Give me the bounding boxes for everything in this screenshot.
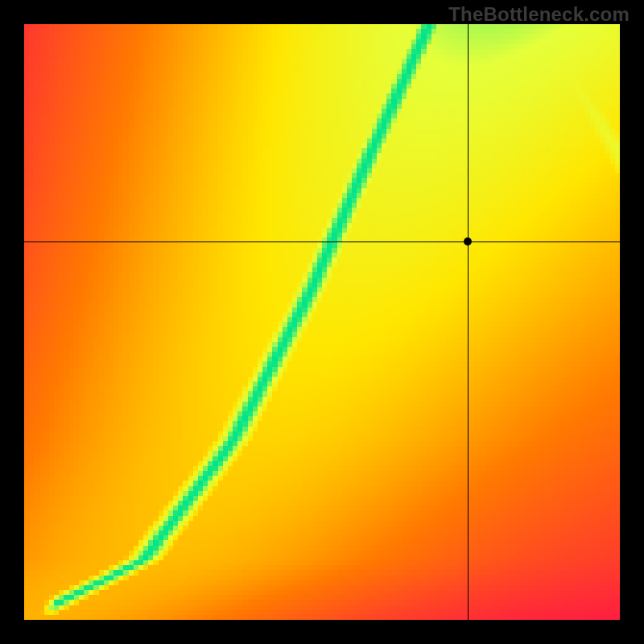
chart-frame: TheBottleneck.com (0, 0, 644, 644)
crosshair-horizontal (24, 242, 620, 242)
watermark-text: TheBottleneck.com (448, 3, 630, 26)
heatmap-plot (24, 24, 620, 620)
heatmap-canvas (24, 24, 620, 620)
crosshair-vertical (468, 24, 469, 620)
